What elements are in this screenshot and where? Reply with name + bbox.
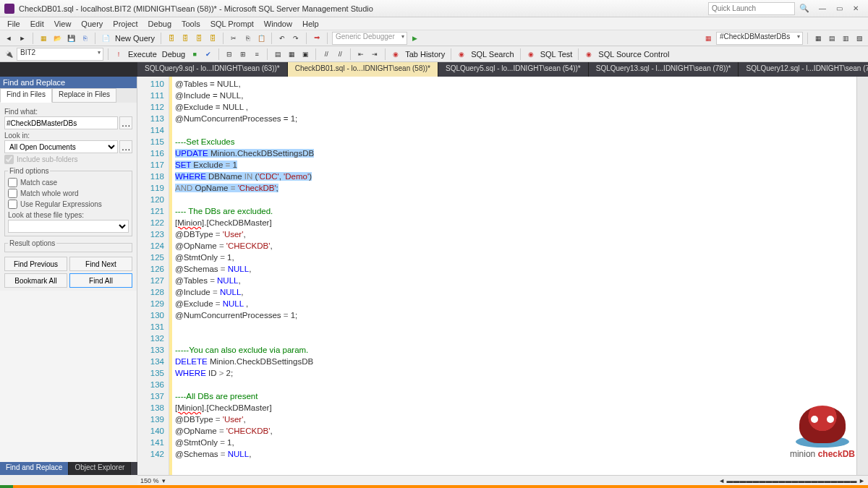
debug-button[interactable]: Debug	[161, 50, 187, 59]
menu-window[interactable]: Window	[260, 18, 297, 30]
new-query-button[interactable]: New Query	[114, 34, 156, 43]
undo-icon[interactable]: ↶	[276, 33, 288, 44]
db2-icon[interactable]: 🗄	[179, 33, 191, 44]
menu-query[interactable]: Query	[77, 18, 107, 30]
code-editor[interactable]: 1101111121131141151161171181191201211221…	[137, 77, 868, 475]
save-all-icon[interactable]: ⎘	[79, 33, 90, 44]
code-line[interactable]: @NumConcurrentProcesses = 1;	[175, 113, 856, 124]
region-combo[interactable]: #CheckDBMasterDBs	[716, 32, 803, 45]
db1-icon[interactable]: 🗄	[166, 33, 177, 44]
menu-edit[interactable]: Edit	[26, 18, 48, 30]
search-icon[interactable]: 🔍	[799, 4, 809, 13]
code-line[interactable]	[175, 124, 856, 136]
code-line[interactable]: @StmtOnly = 1,	[175, 252, 856, 263]
results-grid-icon[interactable]: ▦	[286, 48, 297, 60]
execute-button[interactable]: Execute	[127, 50, 158, 59]
find-next-button[interactable]: Find Next	[69, 257, 132, 271]
menu-help[interactable]: Help	[298, 18, 323, 30]
document-tab[interactable]: SQLQuery5.sql - lo...IDNIGHT\sean (54))*	[438, 62, 589, 77]
sql-search-button[interactable]: SQL Search	[469, 50, 516, 59]
sql-test-icon[interactable]: ◉	[525, 48, 537, 60]
indent-dec-icon[interactable]: ⇤	[355, 48, 367, 60]
file-types-select[interactable]	[8, 220, 129, 233]
code-line[interactable]	[175, 194, 856, 205]
code-line[interactable]: SET Exclude = 1	[175, 159, 856, 171]
close-button[interactable]: ✕	[848, 3, 864, 14]
play-icon[interactable]: ▶	[409, 33, 421, 44]
menu-tools[interactable]: Tools	[177, 18, 205, 30]
bookmark-all-button[interactable]: Bookmark All	[4, 273, 67, 288]
menu-project[interactable]: Project	[109, 18, 142, 30]
grid4-icon[interactable]: ▧	[854, 33, 865, 44]
cut-icon[interactable]: ✂	[228, 33, 239, 44]
code-line[interactable]: ---- The DBs are excluded.	[175, 205, 856, 217]
find-builder-button[interactable]: …	[119, 116, 132, 129]
code-line[interactable]: @Tables = NULL,	[175, 275, 856, 286]
code-line[interactable]: @DBType = 'User',	[175, 228, 856, 240]
sql-source-control-button[interactable]: SQL Source Control	[597, 50, 671, 59]
paste-icon[interactable]: 📋	[255, 33, 267, 44]
maximize-button[interactable]: ▭	[831, 3, 847, 14]
document-tab[interactable]: CheckDB01.sql - lo...IDNIGHT\sean (58))*	[288, 62, 438, 77]
connect-icon[interactable]: 🔌	[3, 48, 14, 60]
code-line[interactable]: ----All DBs are present	[175, 390, 856, 402]
code-line[interactable]: @Exclude = NULL ,	[175, 298, 856, 309]
tab-find-in-files[interactable]: Find in Files	[0, 88, 52, 103]
stop-icon[interactable]: ■	[189, 48, 200, 60]
indent-inc-icon[interactable]: ⇥	[369, 48, 380, 60]
look-in-browse-button[interactable]: …	[119, 140, 132, 153]
redo-icon[interactable]: ↷	[290, 33, 302, 44]
minimize-button[interactable]: —	[814, 3, 830, 14]
menu-file[interactable]: File	[3, 18, 25, 30]
region-icon[interactable]: ▦	[702, 33, 714, 44]
code-line[interactable]: -----You can also exclude via param.	[175, 344, 856, 356]
code-line[interactable]: @Include = NULL,	[175, 286, 856, 298]
bottom-tab-find[interactable]: Find and Replace	[0, 462, 69, 475]
code-line[interactable]: WHERE DBName IN ('CDC', 'Demo')	[175, 171, 856, 182]
save-icon[interactable]: 💾	[65, 33, 77, 44]
grid1-icon[interactable]: ▦	[812, 33, 824, 44]
open-icon[interactable]: 📂	[51, 33, 63, 44]
use-regex-checkbox[interactable]	[8, 200, 17, 209]
document-tab[interactable]: SQLQuery13.sql - l...IDNIGHT\sean (78))*	[589, 62, 739, 77]
code-area[interactable]: @Tables = NULL,@Include = NULL,@Exclude …	[169, 77, 856, 475]
code-line[interactable]: @Include = NULL,	[175, 90, 856, 101]
bottom-tab-object-explorer[interactable]: Object Explorer	[69, 462, 131, 475]
code-line[interactable]: @OpName = 'CHECKDB',	[175, 425, 856, 437]
sql-test-button[interactable]: SQL Test	[539, 50, 574, 59]
db3-icon[interactable]: 🗄	[193, 33, 205, 44]
uncomment-icon[interactable]: //	[334, 48, 346, 60]
match-whole-checkbox[interactable]	[8, 189, 17, 198]
code-line[interactable]: @Schemas = NULL,	[175, 448, 856, 460]
stats-icon[interactable]: ≡	[251, 48, 263, 60]
copy-icon[interactable]: ⎘	[242, 33, 253, 44]
tab-replace-in-files[interactable]: Replace in Files	[52, 88, 116, 103]
find-what-input[interactable]	[4, 116, 118, 129]
menu-debug[interactable]: Debug	[144, 18, 176, 30]
parse-icon[interactable]: ✔	[203, 48, 214, 60]
find-options-legend[interactable]: Find options	[8, 167, 50, 175]
match-case-checkbox[interactable]	[8, 178, 17, 187]
nav-back-icon[interactable]: ◄	[3, 33, 14, 44]
find-icon[interactable]: ⮕	[311, 33, 323, 44]
db4-icon[interactable]: 🗄	[207, 33, 218, 44]
code-line[interactable]: @NumConcurrentProcesses = 1;	[175, 309, 856, 321]
code-line[interactable]: @Exclude = NULL ,	[175, 101, 856, 113]
find-all-button[interactable]: Find All	[69, 273, 132, 288]
code-line[interactable]: [Minion].[CheckDBMaster]	[175, 402, 856, 414]
results-file-icon[interactable]: ▣	[299, 48, 311, 60]
execute-icon[interactable]: !	[113, 48, 124, 60]
look-in-select[interactable]: All Open Documents	[4, 140, 118, 153]
code-line[interactable]: ----Set Excludes	[175, 136, 856, 147]
sql-search-icon[interactable]: ◉	[456, 48, 467, 60]
code-line[interactable]: @Schemas = NULL,	[175, 263, 856, 275]
grid2-icon[interactable]: ▤	[826, 33, 838, 44]
database-combo[interactable]: BIT2	[17, 48, 103, 61]
code-line[interactable]	[175, 333, 856, 344]
showplan-icon[interactable]: ⊞	[237, 48, 249, 60]
code-line[interactable]: DELETE Minion.CheckDBSettingsDB	[175, 356, 856, 367]
source-control-icon[interactable]: ◉	[583, 48, 595, 60]
code-line[interactable]: @StmtOnly = 1,	[175, 437, 856, 448]
new-project-icon[interactable]: ▦	[38, 33, 49, 44]
find-previous-button[interactable]: Find Previous	[4, 257, 67, 271]
